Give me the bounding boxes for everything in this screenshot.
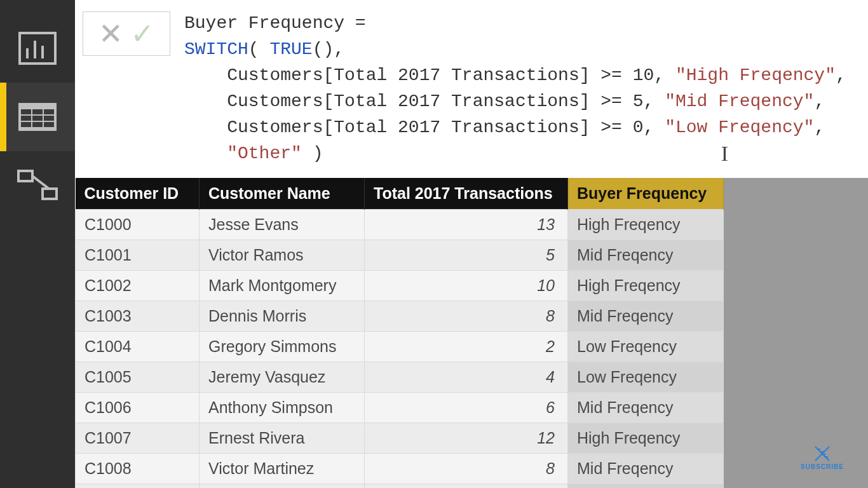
cell-transactions[interactable]: 8 [365, 454, 568, 484]
cell-customer-name[interactable]: Victor Martinez [200, 454, 365, 484]
cell-buyer-frequency[interactable]: High Freqency [568, 271, 724, 301]
svg-rect-9 [32, 116, 43, 121]
table-row[interactable]: C1008Victor Martinez8Mid Freqency [76, 454, 724, 484]
cell-customer-id[interactable]: C1004 [76, 332, 200, 362]
table-row[interactable]: C1000Jesse Evans13High Freqency [76, 210, 724, 240]
cell-transactions[interactable]: 2 [365, 332, 568, 362]
cell-transactions[interactable]: 3 [365, 484, 568, 489]
cell-customer-id[interactable]: C1000 [76, 210, 200, 240]
svg-rect-10 [44, 116, 54, 121]
cell-customer-id[interactable]: C1001 [76, 240, 200, 271]
cell-customer-id[interactable]: C1005 [76, 362, 200, 393]
table-row[interactable]: C1002Mark Montgomery10High Freqency [76, 271, 724, 301]
cell-customer-name[interactable]: Dennis Morris [200, 301, 365, 332]
table-row[interactable]: C1004Gregory Simmons2Low Freqency [76, 332, 724, 362]
formula-editor[interactable]: Buyer Frequency = SWITCH( TRUE(), Custom… [170, 6, 868, 170]
cell-customer-name[interactable]: Mark Montgomery [200, 271, 365, 301]
table-row[interactable]: C1003Dennis Morris8Mid Freqency [76, 301, 724, 332]
svg-line-16 [32, 176, 49, 189]
table-grid-icon [18, 103, 57, 131]
cell-buyer-frequency[interactable]: Mid Freqency [568, 240, 724, 271]
data-view-button[interactable] [0, 83, 75, 151]
formula-action-box: ✕ ✓ [83, 11, 170, 56]
column-header-customer-id[interactable]: Customer ID [76, 178, 200, 210]
report-view-button[interactable] [0, 14, 75, 83]
cell-customer-name[interactable]: Bobby Burton [200, 484, 365, 489]
cell-buyer-frequency[interactable]: Mid Freqency [568, 454, 724, 484]
cell-customer-name[interactable]: Gregory Simmons [200, 332, 365, 362]
cell-transactions[interactable]: 12 [365, 423, 568, 454]
cell-customer-id[interactable]: C1008 [76, 454, 200, 484]
model-view-button[interactable] [0, 151, 75, 220]
cell-buyer-frequency[interactable]: Mid Freqency [568, 301, 724, 332]
cell-transactions[interactable]: 4 [365, 362, 568, 393]
table-row[interactable]: C1006Anthony Simpson6Mid Freqency [76, 393, 724, 423]
cell-customer-name[interactable]: Jesse Evans [200, 210, 365, 240]
cell-buyer-frequency[interactable]: High Freqency [568, 210, 724, 240]
table-row[interactable]: C1005Jeremy Vasquez4Low Freqency [76, 362, 724, 393]
cell-buyer-frequency[interactable]: Low Freqency [568, 362, 724, 393]
cell-customer-name[interactable]: Anthony Simpson [200, 393, 365, 423]
text-cursor-icon: I [721, 140, 728, 166]
subscribe-badge[interactable]: SUBSCRIBE [801, 445, 844, 470]
bar-chart-icon [18, 32, 57, 65]
cell-customer-name[interactable]: Jeremy Vasquez [200, 362, 365, 393]
cancel-formula-button[interactable]: ✕ [95, 17, 126, 51]
commit-formula-button[interactable]: ✓ [126, 17, 158, 51]
cell-customer-id[interactable]: C1007 [76, 423, 200, 454]
column-header-buyer-frequency[interactable]: Buyer Frequency [568, 178, 724, 210]
view-switcher-rail [0, 0, 75, 488]
cell-customer-id[interactable]: C1009 [76, 484, 200, 489]
cell-buyer-frequency[interactable]: High Freqency [568, 423, 724, 454]
cell-transactions[interactable]: 6 [365, 393, 568, 423]
subscribe-label: SUBSCRIBE [801, 463, 844, 470]
formula-text: Buyer Frequency = SWITCH( TRUE(), Custom… [184, 13, 846, 163]
cell-customer-name[interactable]: Ernest Rivera [200, 423, 365, 454]
table-row[interactable]: C1009Bobby Burton3Low Freqency [76, 484, 724, 489]
cell-customer-id[interactable]: C1003 [76, 301, 200, 332]
cell-customer-id[interactable]: C1002 [76, 271, 200, 301]
cell-transactions[interactable]: 8 [365, 301, 568, 332]
table-row[interactable]: C1007Ernest Rivera12High Freqency [76, 423, 724, 454]
svg-rect-11 [21, 122, 31, 127]
svg-rect-8 [21, 116, 31, 121]
svg-rect-6 [32, 109, 43, 114]
data-grid[interactable]: Customer ID Customer Name Total 2017 Tra… [75, 178, 724, 488]
cell-customer-name[interactable]: Victor Ramos [200, 240, 365, 271]
cell-transactions[interactable]: 5 [365, 240, 568, 271]
dna-icon [813, 445, 832, 462]
svg-rect-7 [44, 109, 54, 114]
cell-transactions[interactable]: 10 [365, 271, 568, 301]
table-row[interactable]: C1001Victor Ramos5Mid Freqency [76, 240, 724, 271]
svg-rect-15 [43, 189, 57, 199]
cell-buyer-frequency[interactable]: Low Freqency [568, 484, 724, 489]
svg-rect-14 [18, 171, 32, 181]
cell-buyer-frequency[interactable]: Mid Freqency [568, 393, 724, 423]
svg-rect-0 [20, 33, 55, 64]
column-header-customer-name[interactable]: Customer Name [200, 178, 365, 210]
cell-transactions[interactable]: 13 [365, 210, 568, 240]
main-content: ✕ ✓ Buyer Frequency = SWITCH( TRUE(), Cu… [75, 0, 868, 488]
column-header-transactions[interactable]: Total 2017 Transactions [365, 178, 568, 210]
formula-bar: ✕ ✓ Buyer Frequency = SWITCH( TRUE(), Cu… [75, 0, 868, 178]
svg-rect-12 [32, 122, 43, 127]
cell-customer-id[interactable]: C1006 [76, 393, 200, 423]
cell-buyer-frequency[interactable]: Low Freqency [568, 332, 724, 362]
relationship-icon [17, 170, 58, 201]
data-grid-container: Customer ID Customer Name Total 2017 Tra… [75, 178, 868, 488]
header-row: Customer ID Customer Name Total 2017 Tra… [76, 178, 724, 210]
svg-rect-5 [21, 109, 31, 114]
svg-rect-13 [44, 122, 54, 127]
